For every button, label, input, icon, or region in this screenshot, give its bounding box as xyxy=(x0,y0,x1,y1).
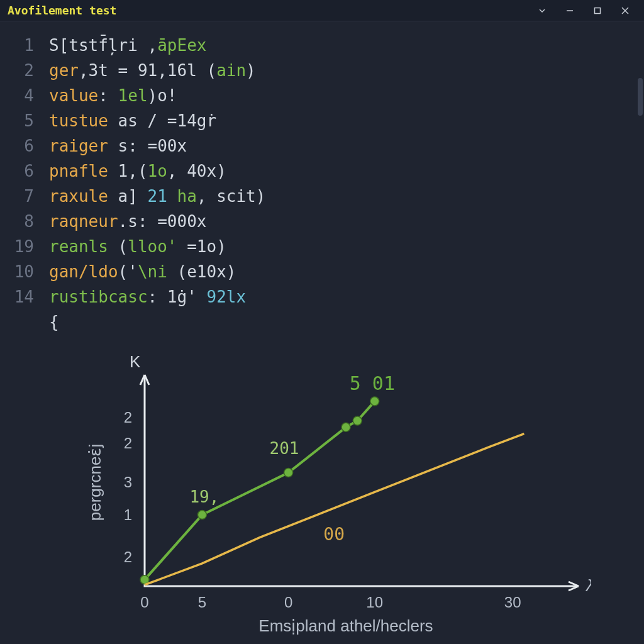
vertical-scrollbar[interactable] xyxy=(635,21,644,644)
svg-text:0: 0 xyxy=(284,594,292,611)
chart: Kλ050103022312Emsịpland athel/heclersper… xyxy=(75,347,591,643)
editor-content: 1S[tstf̄l̦ri ,āpEex2ger,3t = 91,16l (ain… xyxy=(0,21,644,644)
code-text: gan/ldo('\ni (e10x) xyxy=(49,259,236,284)
code-line[interactable]: 7raxule a] 21 ha, scit) xyxy=(6,184,638,209)
code-line[interactable]: 1S[tstf̄l̦ri ,āpEex xyxy=(6,33,638,58)
chart-panel: Kλ050103022312Emsịpland athel/heclersper… xyxy=(75,347,591,643)
svg-point-22 xyxy=(353,416,362,425)
svg-text:3: 3 xyxy=(124,474,132,491)
line-number: 8 xyxy=(6,209,49,234)
app-window: Avofilement test 1S[tstf̄l̦ri ,āpEex2ger… xyxy=(0,0,644,644)
svg-text:5  01: 5 01 xyxy=(350,372,395,394)
svg-text:Emsịpland athel/heclers: Emsịpland athel/heclers xyxy=(258,616,433,635)
svg-text:0: 0 xyxy=(140,594,148,611)
line-number: 10 xyxy=(6,259,49,284)
line-number: 14 xyxy=(6,284,49,309)
window-title: Avofilement test xyxy=(8,4,116,17)
svg-point-19 xyxy=(197,511,206,519)
svg-text:2: 2 xyxy=(124,435,132,452)
code-line[interactable]: 5tustue as / =14gṙ xyxy=(6,108,638,133)
svg-point-20 xyxy=(284,469,293,477)
close-button[interactable] xyxy=(611,1,639,20)
code-line[interactable]: 10gan/ldo('\ni (e10x) xyxy=(6,259,638,284)
titlebar: Avofilement test xyxy=(0,0,644,21)
code-text: reanls (lloo' =1o) xyxy=(49,234,226,259)
code-text: raqneur.s: =000x xyxy=(49,209,206,234)
line-number: 6 xyxy=(6,133,49,158)
svg-text:pergrcneε̇j: pergrcneε̇j xyxy=(86,444,104,521)
code-line[interactable]: 14rustibcasc: 1ġ' 92lx xyxy=(6,284,638,309)
svg-text:10: 10 xyxy=(366,594,383,611)
code-line[interactable]: { xyxy=(6,309,638,335)
line-number: 6 xyxy=(6,158,49,184)
svg-rect-1 xyxy=(595,8,601,13)
line-number: 2 xyxy=(6,58,49,83)
code-line[interactable]: 6raiger s: =00x xyxy=(6,133,638,158)
code-line[interactable]: 4value: 1el)o! xyxy=(6,83,638,108)
svg-text:00: 00 xyxy=(323,524,345,545)
code-text: { xyxy=(49,309,59,335)
code-text: tustue as / =14gṙ xyxy=(49,108,216,133)
code-line[interactable]: 8raqneur.s: =000x xyxy=(6,209,638,234)
maximize-button[interactable] xyxy=(584,1,611,20)
svg-text:2: 2 xyxy=(124,548,132,565)
line-number: 5 xyxy=(6,108,49,133)
line-number: 7 xyxy=(6,184,49,209)
svg-text:5: 5 xyxy=(198,594,206,611)
svg-text:1: 1 xyxy=(124,506,132,523)
code-line[interactable]: 2ger,3t = 91,16l (ain) xyxy=(6,58,638,83)
svg-text:30: 30 xyxy=(504,594,521,611)
line-number: 4 xyxy=(6,83,49,108)
code-text: raiger s: =00x xyxy=(49,133,187,158)
code-text: S[tstf̄l̦ri ,āpEex xyxy=(49,33,206,58)
scroll-thumb[interactable] xyxy=(638,78,643,116)
svg-point-21 xyxy=(341,423,350,431)
svg-text:201: 201 xyxy=(270,439,299,458)
line-number: 19 xyxy=(6,234,49,259)
svg-text:K: K xyxy=(130,352,141,371)
minimize-button[interactable] xyxy=(556,1,584,20)
line-number: 1 xyxy=(6,33,49,58)
code-text: value: 1el)o! xyxy=(49,83,177,108)
svg-text:λ: λ xyxy=(585,576,591,595)
code-editor[interactable]: 1S[tstf̄l̦ri ,āpEex2ger,3t = 91,16l (ain… xyxy=(6,33,638,335)
svg-text:2: 2 xyxy=(124,409,132,426)
code-text: pnafle 1,(1o, 40x) xyxy=(49,158,226,184)
svg-point-23 xyxy=(370,397,379,406)
code-line[interactable]: 6pnafle 1,(1o, 40x) xyxy=(6,158,638,184)
svg-text:19,: 19, xyxy=(189,487,219,506)
code-line[interactable]: 19reanls (lloo' =1o) xyxy=(6,234,638,259)
code-text: ger,3t = 91,16l (ain) xyxy=(49,58,256,83)
dropdown-icon[interactable] xyxy=(528,1,556,20)
code-text: rustibcasc: 1ġ' 92lx xyxy=(49,284,246,309)
code-text: raxule a] 21 ha, scit) xyxy=(49,184,265,209)
